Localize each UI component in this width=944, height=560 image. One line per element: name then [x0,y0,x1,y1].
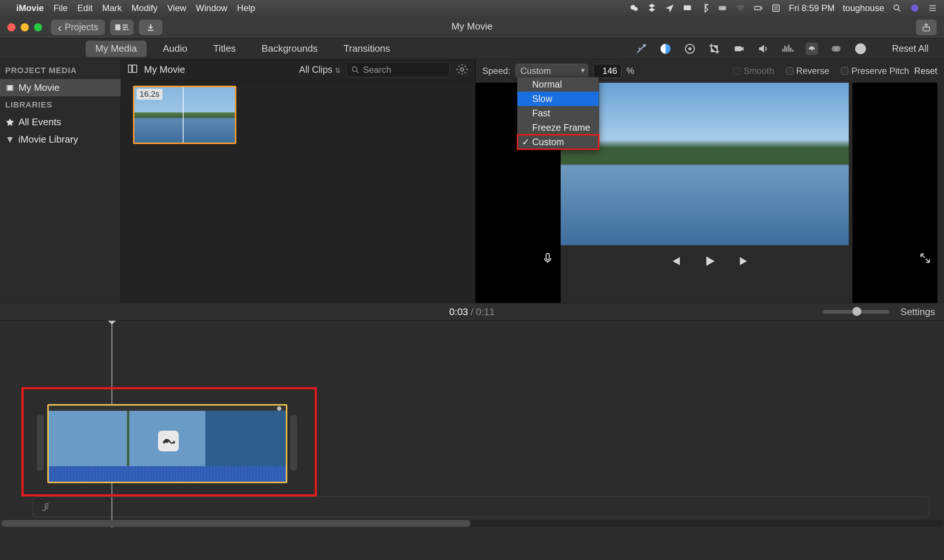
timeline-zoom-slider[interactable] [823,310,889,314]
svg-rect-2 [684,5,691,10]
speed-option-slow[interactable]: Slow [517,92,599,106]
input-source-icon[interactable] [771,3,781,13]
search-placeholder: Search [363,65,391,75]
dropbox-icon[interactable] [647,3,656,13]
browser-settings-icon[interactable] [456,63,469,77]
sidebar-all-events[interactable]: All Events [0,114,121,131]
clip-filter-icon[interactable] [830,43,843,55]
sidebar-project-item[interactable]: My Movie [0,79,121,96]
clip-duration-badge: 16.2s [137,89,163,100]
audio-waveform[interactable] [49,466,286,482]
speed-option-freeze-frame[interactable]: Freeze Frame [517,120,599,135]
wechat-icon[interactable] [629,3,639,13]
stabilization-icon[interactable] [732,43,745,55]
library-view-button[interactable] [110,20,134,35]
sidebar-imovie-library[interactable]: ▼ iMovie Library [0,131,121,148]
play-button[interactable] [703,254,717,271]
share-button[interactable] [916,20,936,35]
menu-file[interactable]: File [54,3,68,13]
battery2-icon[interactable] [753,3,763,13]
siri-icon[interactable] [910,3,919,13]
speed-option-normal[interactable]: Normal [517,77,599,92]
clip-filter-dropdown[interactable]: All Clips ⇅ [299,64,341,75]
sidebar-library-label: iMovie Library [18,134,78,145]
tab-backgrounds[interactable]: Backgrounds [252,41,327,57]
clip-speed-badge-icon[interactable] [158,431,179,451]
svg-rect-29 [132,65,137,72]
search-input[interactable]: Search [346,62,450,77]
tab-audio[interactable]: Audio [153,41,197,57]
browser-breadcrumb[interactable]: My Movie [144,64,185,75]
menu-view[interactable]: View [167,3,186,13]
timeline[interactable] [0,321,944,528]
tab-titles[interactable]: Titles [203,41,245,57]
tab-transitions[interactable]: Transitions [334,41,400,57]
svg-point-13 [911,5,918,12]
window-toolbar: Projects [0,16,944,38]
crop-icon[interactable] [708,43,721,55]
speed-option-fast[interactable]: Fast [517,106,599,120]
macos-menubar: iMovie File Edit Mark Modify View Window… [0,0,944,16]
reset-speed-button[interactable]: Reset [914,66,937,76]
speed-dropdown[interactable]: Custom [516,64,588,78]
speed-dropdown-menu: Normal Slow Fast Freeze Frame Custom [517,77,599,149]
clip-trim-handle-left[interactable] [37,415,44,471]
sidebar: PROJECT MEDIA My Movie LIBRARIES All Eve… [0,59,121,303]
clip-trim-handle-right[interactable] [290,415,297,471]
media-clip[interactable]: 16.2s [133,86,236,144]
color-correction-icon[interactable] [684,43,696,55]
location-icon[interactable] [665,3,674,13]
smooth-checkbox[interactable]: Smooth [733,66,774,76]
zoom-window-button[interactable] [34,23,42,31]
volume-icon[interactable] [757,43,769,55]
tab-my-media[interactable]: My Media [86,41,147,57]
speed-option-custom[interactable]: Custom [517,135,599,149]
svg-point-30 [352,66,357,71]
list-view-toggle-icon[interactable] [127,63,138,77]
go-to-end-button[interactable] [738,254,752,271]
wifi-icon[interactable] [736,3,745,13]
svg-point-23 [835,46,841,52]
menu-window[interactable]: Window [196,3,227,13]
svg-point-21 [812,49,813,50]
zoom-slider-knob[interactable] [852,307,861,316]
speed-percent-input[interactable]: 146 [593,64,621,78]
display-icon[interactable] [683,3,692,13]
color-balance-icon[interactable] [659,43,672,55]
app-menu[interactable]: iMovie [16,3,44,13]
spotlight-icon[interactable] [892,3,902,13]
menu-modify[interactable]: Modify [131,3,158,13]
clock-text[interactable]: Fri 8:59 PM [789,3,835,13]
inspector-icons: Reset All [635,43,944,55]
menu-mark[interactable]: Mark [102,3,122,13]
minimize-window-button[interactable] [21,23,29,31]
video-preview[interactable] [561,83,849,245]
battery-icon[interactable] [718,3,727,13]
menu-edit[interactable]: Edit [77,3,92,13]
back-to-projects-button[interactable]: Projects [51,20,105,35]
user-text[interactable]: toughouse [843,3,884,13]
import-button[interactable] [139,20,163,35]
go-to-start-button[interactable] [668,254,682,271]
reverse-checkbox[interactable]: Reverse [786,66,829,76]
info-icon[interactable] [854,43,867,55]
bluetooth-icon[interactable] [700,3,710,13]
timeline-horizontal-scrollbar[interactable] [2,520,942,527]
playhead-time: 0:03 / 0:11 [449,306,495,318]
fullscreen-icon[interactable] [919,252,932,267]
top-tabs-row: My Media Audio Titles Backgrounds Transi… [0,38,944,59]
noise-reduction-icon[interactable] [781,43,794,55]
percent-suffix: % [626,66,634,76]
speed-icon[interactable] [806,43,818,55]
close-window-button[interactable] [8,23,15,31]
menu-help[interactable]: Help [237,3,255,13]
svg-rect-5 [755,7,761,10]
reset-all-button[interactable]: Reset All [892,43,929,54]
notification-center-icon[interactable] [928,3,937,13]
disclosure-triangle-icon[interactable]: ▼ [5,134,15,145]
preserve-pitch-checkbox[interactable]: Preserve Pitch [841,66,909,76]
auto-enhance-icon[interactable] [635,43,647,55]
scrollbar-thumb[interactable] [2,520,470,527]
timeline-settings-button[interactable]: Settings [900,306,935,318]
background-audio-well[interactable] [32,497,929,517]
